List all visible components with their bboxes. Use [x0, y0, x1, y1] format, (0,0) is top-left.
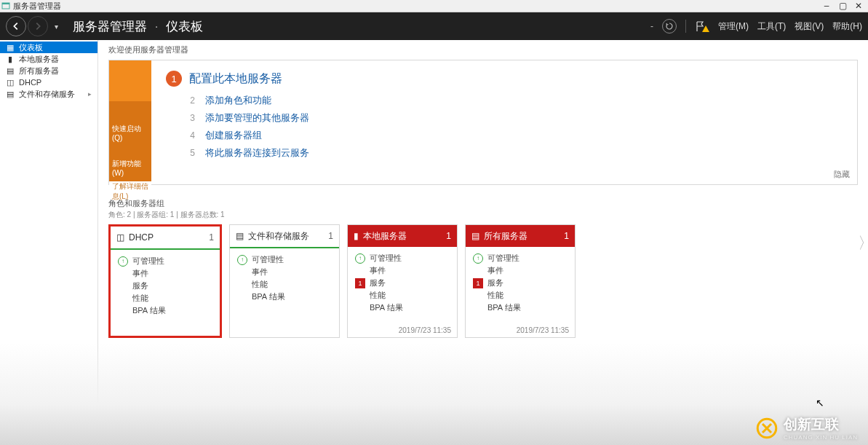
quickstart-headline-text: 配置此本地服务器: [189, 71, 282, 87]
dashboard-icon: ▦: [6, 43, 15, 52]
tile-row-bpa[interactable]: BPA 结果: [118, 305, 212, 316]
tile-row-manageability[interactable]: 可管理性: [473, 253, 568, 264]
tile-row-manageability[interactable]: 可管理性: [355, 253, 450, 264]
tile-row-performance[interactable]: 性能: [237, 279, 332, 290]
tile-timestamp: 2019/7/23 11:35: [466, 323, 575, 337]
window-titlebar: 服务器管理器 – ▢ ✕: [0, 0, 868, 12]
sidebar-item-dashboard[interactable]: ▦ 仪表板: [0, 42, 97, 53]
sidebar-label: 仪表板: [19, 42, 43, 53]
tile-title: 文件和存储服务: [248, 230, 309, 243]
refresh-icon[interactable]: [662, 19, 677, 34]
tile-title: 所有服务器: [484, 230, 527, 243]
sidebar-item-dhcp[interactable]: ◫ DHCP: [0, 76, 97, 88]
status-ok-icon: [118, 256, 128, 267]
tile-row-services[interactable]: 1服务: [355, 277, 450, 288]
tile-row-events[interactable]: 事件: [237, 267, 332, 277]
app-icon: [1, 1, 10, 10]
tile-dhcp[interactable]: ◫ DHCP 1 可管理性 事件 服务 性能 BPA 结果: [108, 224, 222, 338]
status-error-badge: 1: [355, 278, 365, 288]
notifications-flag-icon[interactable]: [695, 20, 709, 32]
sidebar-label: 所有服务器: [19, 66, 59, 76]
breadcrumb-root[interactable]: 服务器管理器: [73, 20, 147, 34]
menu-view[interactable]: 视图(V): [795, 20, 824, 33]
dhcp-tile-icon: ◫: [116, 232, 124, 243]
quickstart-tabs: 快速启动(Q) 新增功能(W) 了解详细信息(L): [109, 60, 151, 184]
breadcrumb-current: 仪表板: [166, 20, 203, 34]
watermark-text: 创新互联: [784, 415, 858, 434]
tile-row-events[interactable]: 事件: [355, 265, 450, 276]
tile-title: 本地服务器: [363, 230, 407, 243]
quickstart-step-2[interactable]: 2 添加角色和功能: [186, 94, 843, 107]
tile-row-bpa[interactable]: BPA 结果: [237, 291, 332, 302]
sidebar-item-all-servers[interactable]: ▤ 所有服务器: [0, 65, 97, 76]
quickstart-tab-whatsnew[interactable]: 新增功能(W): [109, 146, 151, 181]
window-close-button[interactable]: ✕: [851, 1, 867, 11]
tile-file-storage[interactable]: ▤ 文件和存储服务 1 可管理性 事件 性能 BPA 结果: [229, 224, 340, 338]
server-icon: ▮: [6, 55, 15, 63]
tiles-row: ◫ DHCP 1 可管理性 事件 服务 性能 BPA 结果 ▤ 文件和存储服务 …: [108, 224, 858, 338]
quickstart-step-3[interactable]: 3 添加要管理的其他服务器: [186, 111, 843, 125]
breadcrumb: 服务器管理器 · 仪表板: [73, 18, 203, 35]
tile-count: 1: [564, 231, 569, 241]
tile-timestamp: 2019/7/23 11:35: [348, 323, 457, 337]
window-maximize-button[interactable]: ▢: [835, 1, 851, 11]
quickstart-headline[interactable]: 1 配置此本地服务器: [166, 71, 843, 87]
tile-row-performance[interactable]: 性能: [355, 290, 450, 301]
storage-icon: ▤: [6, 90, 15, 98]
tile-row-services[interactable]: 1服务: [473, 277, 568, 288]
dhcp-icon: ◫: [6, 78, 15, 87]
quickstart-step-4[interactable]: 4 创建服务器组: [186, 129, 843, 142]
sidebar-item-file-storage[interactable]: ▤ 文件和存储服务 ▸: [0, 88, 97, 100]
breadcrumb-sep: ·: [155, 20, 159, 34]
warning-triangle-icon: [702, 25, 709, 32]
nav-dropdown-button[interactable]: ▾: [49, 20, 63, 33]
menu-manage[interactable]: 管理(M): [718, 20, 749, 33]
header-dash: -: [650, 21, 653, 31]
quickstart-hide-link[interactable]: 隐藏: [834, 169, 850, 180]
sidebar-label: 本地服务器: [19, 54, 59, 65]
header-divider: [685, 20, 686, 33]
menu-help[interactable]: 帮助(H): [832, 20, 862, 33]
menu-tools[interactable]: 工具(T): [757, 20, 786, 33]
tile-all-servers[interactable]: ▤ 所有服务器 1 可管理性 事件 1服务 性能 BPA 结果 2019/7/2…: [465, 224, 576, 338]
tile-title: DHCP: [129, 232, 154, 243]
sidebar-label: 文件和存储服务: [19, 89, 75, 100]
tile-row-manageability[interactable]: 可管理性: [118, 256, 212, 267]
tile-row-bpa[interactable]: BPA 结果: [355, 302, 450, 313]
tiles-next-button[interactable]: 〉: [858, 232, 868, 254]
tile-row-bpa[interactable]: BPA 结果: [473, 302, 568, 313]
watermark-logo-icon: [756, 417, 778, 439]
status-ok-icon: [355, 253, 365, 264]
watermark: 创新互联 CHUANG XIN HU LIAN: [756, 415, 858, 441]
svg-rect-1: [2, 3, 9, 4]
storage-tile-icon: ▤: [236, 231, 244, 241]
quickstart-decor: [109, 60, 151, 101]
sidebar-item-local-server[interactable]: ▮ 本地服务器: [0, 53, 97, 65]
tile-row-performance[interactable]: 性能: [473, 290, 568, 301]
sidebar: ▦ 仪表板 ▮ 本地服务器 ▤ 所有服务器 ◫ DHCP ▤ 文件和存储服务 ▸: [0, 40, 98, 445]
chevron-right-icon: ▸: [88, 90, 92, 98]
welcome-heading: 欢迎使用服务器管理器: [108, 44, 858, 55]
tile-row-events[interactable]: 事件: [473, 265, 568, 276]
nav-back-button[interactable]: [6, 16, 26, 36]
quickstart-step-5[interactable]: 5 将此服务器连接到云服务: [186, 146, 843, 160]
quickstart-tab-quickstart[interactable]: 快速启动(Q): [109, 101, 151, 146]
server-tile-icon: ▮: [354, 231, 359, 241]
window-title: 服务器管理器: [13, 1, 61, 12]
window-minimize-button[interactable]: –: [819, 1, 835, 11]
tile-count: 1: [446, 231, 451, 241]
watermark-subtext: CHUANG XIN HU LIAN: [784, 434, 858, 441]
tile-row-performance[interactable]: 性能: [118, 293, 212, 304]
status-ok-icon: [237, 255, 247, 265]
tile-count: 1: [209, 232, 214, 243]
servers-icon: ▤: [6, 66, 15, 75]
tile-row-events[interactable]: 事件: [118, 268, 212, 279]
nav-forward-button[interactable]: [28, 16, 48, 36]
tile-local-server[interactable]: ▮ 本地服务器 1 可管理性 事件 1服务 性能 BPA 结果 2019/7/2…: [347, 224, 458, 338]
tile-row-manageability[interactable]: 可管理性: [237, 254, 332, 265]
step-number-1: 1: [166, 71, 182, 87]
roles-section-title: 角色和服务器组: [108, 198, 858, 209]
tile-row-services[interactable]: 服务: [118, 280, 212, 291]
tile-count: 1: [328, 231, 333, 241]
status-error-badge: 1: [473, 278, 483, 288]
